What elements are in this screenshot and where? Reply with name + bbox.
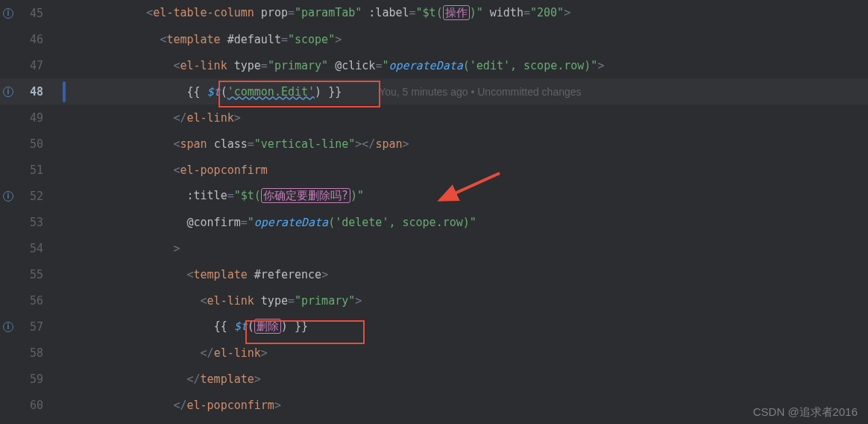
code-line[interactable]: 54 > bbox=[0, 235, 868, 261]
info-icon[interactable]: i bbox=[3, 191, 13, 202]
line-number[interactable]: 52 bbox=[16, 190, 57, 203]
code-line[interactable]: 53 @confirm="operateData('delete', scope… bbox=[0, 209, 868, 235]
line-number[interactable]: 50 bbox=[16, 137, 57, 151]
code-line[interactable]: i52 :title="$t(你确定要删除吗?)" bbox=[0, 183, 868, 209]
line-number[interactable]: 55 bbox=[16, 268, 57, 281]
info-icon[interactable]: i bbox=[3, 87, 13, 97]
code-editor[interactable]: i45 <el-table-column prop="paramTab" :la… bbox=[0, 0, 868, 424]
line-content[interactable]: </el-popconfirm> bbox=[72, 399, 868, 412]
info-icon[interactable]: i bbox=[3, 8, 13, 19]
gutter-icon-slot: i bbox=[0, 191, 16, 202]
line-number[interactable]: 57 bbox=[16, 320, 57, 334]
line-number[interactable]: 53 bbox=[16, 216, 57, 229]
gutter-icon-slot: i bbox=[0, 8, 16, 19]
line-content[interactable]: > bbox=[72, 242, 868, 255]
code-line[interactable]: 50 <span class="vertical-line"></span> bbox=[0, 131, 868, 157]
line-number[interactable]: 49 bbox=[16, 111, 57, 125]
line-content[interactable]: </el-link> bbox=[72, 346, 868, 360]
code-line[interactable]: i45 <el-table-column prop="paramTab" :la… bbox=[0, 0, 868, 26]
line-number[interactable]: 58 bbox=[16, 346, 57, 360]
line-number[interactable]: 60 bbox=[16, 399, 57, 412]
line-content[interactable]: {{ $t('common.Edit') }}You, 5 minutes ag… bbox=[72, 85, 868, 99]
line-content[interactable]: <el-link type="primary" @click="operateD… bbox=[72, 59, 868, 72]
change-marker-slot bbox=[57, 81, 72, 102]
code-line[interactable]: 58 </el-link> bbox=[0, 340, 868, 366]
git-blame-annotation[interactable]: You, 5 minutes ago • Uncommitted changes bbox=[342, 86, 581, 98]
line-number[interactable]: 47 bbox=[16, 59, 57, 72]
line-content[interactable]: <template #reference> bbox=[72, 268, 868, 281]
line-content[interactable]: </el-link> bbox=[72, 111, 868, 125]
line-content[interactable]: </template> bbox=[72, 372, 868, 386]
line-content[interactable]: :title="$t(你确定要删除吗?)" bbox=[72, 189, 868, 203]
code-line[interactable]: 46 <template #default="scope"> bbox=[0, 26, 868, 52]
line-content[interactable]: <span class="vertical-line"></span> bbox=[72, 137, 868, 151]
code-line[interactable]: 60 </el-popconfirm> bbox=[0, 392, 868, 418]
code-line[interactable]: 56 <el-link type="primary"> bbox=[0, 287, 868, 314]
line-number[interactable]: 48 bbox=[16, 85, 57, 99]
line-number[interactable]: 56 bbox=[16, 294, 57, 308]
info-icon[interactable]: i bbox=[3, 322, 13, 332]
line-content[interactable]: <el-popconfirm bbox=[72, 163, 868, 177]
line-number[interactable]: 46 bbox=[16, 33, 57, 46]
code-line[interactable]: 49 </el-link> bbox=[0, 105, 868, 131]
code-line[interactable]: 55 <template #reference> bbox=[0, 261, 868, 287]
line-number[interactable]: 54 bbox=[16, 242, 57, 255]
gutter-icon-slot: i bbox=[0, 87, 16, 97]
code-line[interactable]: i48 {{ $t('common.Edit') }}You, 5 minute… bbox=[0, 78, 868, 105]
watermark: CSDN @追求者2016 bbox=[753, 405, 858, 420]
code-line[interactable]: 51 <el-popconfirm bbox=[0, 157, 868, 183]
line-content[interactable]: {{ $t(删除) }} bbox=[72, 319, 868, 334]
line-content[interactable]: <template #default="scope"> bbox=[72, 33, 868, 46]
gutter-icon-slot: i bbox=[0, 322, 16, 332]
line-number[interactable]: 59 bbox=[16, 372, 57, 386]
code-line[interactable]: 47 <el-link type="primary" @click="opera… bbox=[0, 52, 868, 78]
line-content[interactable]: @confirm="operateData('delete', scope.ro… bbox=[72, 216, 868, 229]
line-number[interactable]: 51 bbox=[16, 163, 57, 177]
change-marker bbox=[63, 81, 66, 102]
code-line[interactable]: 59 </template> bbox=[0, 366, 868, 392]
line-number[interactable]: 45 bbox=[16, 7, 57, 20]
code-line[interactable]: i57 {{ $t(删除) }} bbox=[0, 314, 868, 340]
line-content[interactable]: <el-link type="primary"> bbox=[72, 294, 868, 308]
line-content[interactable]: <el-table-column prop="paramTab" :label=… bbox=[72, 6, 868, 20]
